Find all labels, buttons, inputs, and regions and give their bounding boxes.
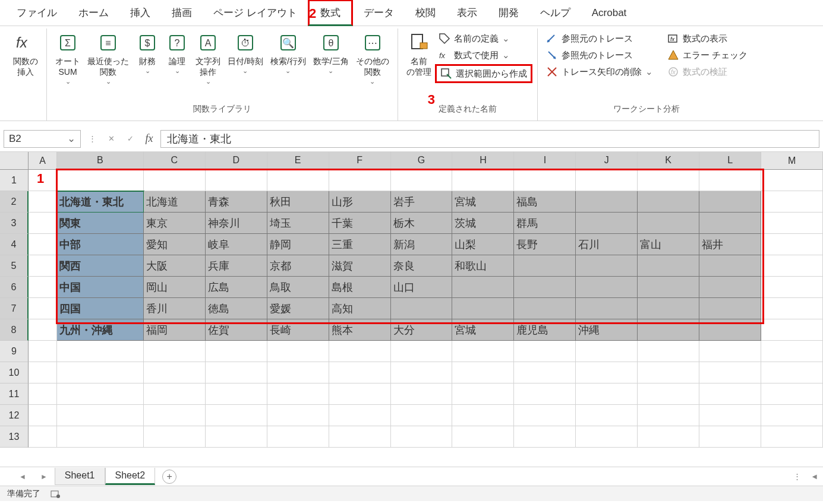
name-box[interactable]: B2 ⌄ [4, 130, 81, 148]
cell-L13[interactable] [699, 426, 761, 448]
cell-K9[interactable] [638, 341, 699, 362]
cell-J7[interactable] [576, 298, 638, 319]
cell-J8[interactable]: 沖縄 [576, 319, 638, 341]
cell-E12[interactable] [267, 405, 329, 426]
cell-E8[interactable]: 長崎 [267, 319, 329, 341]
cell-G11[interactable] [391, 383, 453, 405]
col-header-E[interactable]: E [267, 152, 329, 170]
menu-Acrobat[interactable]: Acrobat [581, 2, 638, 24]
cell-I5[interactable] [514, 255, 576, 277]
cell-E6[interactable]: 鳥取 [267, 277, 329, 298]
sheet-tab-Sheet1[interactable]: Sheet1 [55, 468, 105, 485]
cell-D8[interactable]: 佐賀 [206, 319, 267, 341]
cell-B3[interactable]: 関東 [57, 213, 144, 234]
cell-M3[interactable] [761, 213, 823, 234]
cell-I4[interactable]: 長野 [514, 234, 576, 255]
cell-E7[interactable]: 愛媛 [267, 298, 329, 319]
cell-E3[interactable]: 埼玉 [267, 213, 329, 234]
cell-F9[interactable] [329, 341, 391, 362]
cell-I1[interactable] [514, 170, 576, 191]
cell-H10[interactable] [452, 362, 514, 383]
cell-K4[interactable]: 富山 [638, 234, 699, 255]
cell-J1[interactable] [576, 170, 638, 191]
cell-M13[interactable] [761, 426, 823, 448]
error-check-button[interactable]: エラー チェック [664, 47, 751, 63]
cell-M1[interactable] [761, 170, 823, 191]
library-8[interactable]: ⋯その他の 関数⌄ [352, 31, 393, 87]
cell-L1[interactable] [699, 170, 761, 191]
cell-B11[interactable] [57, 383, 144, 405]
cell-M11[interactable] [761, 383, 823, 405]
cell-D5[interactable]: 兵庫 [206, 255, 267, 277]
cell-G2[interactable]: 岩手 [391, 191, 453, 213]
scroll-dots-icon[interactable]: ⋮ [789, 472, 806, 481]
cell-H12[interactable] [452, 405, 514, 426]
trace-dependents-button[interactable]: 参照先のトレース [543, 47, 657, 63]
cell-I3[interactable]: 群馬 [514, 213, 576, 234]
scroll-left-icon[interactable]: ◄ [806, 472, 823, 481]
cell-K5[interactable] [638, 255, 699, 277]
cell-E1[interactable] [267, 170, 329, 191]
cell-I12[interactable] [514, 405, 576, 426]
cell-C8[interactable]: 福岡 [144, 319, 206, 341]
cell-M10[interactable] [761, 362, 823, 383]
cells[interactable]: 1 北海道・東北北海道青森秋田山形岩手宮城福島関東東京神奈川埼玉千葉栃木茨城群馬… [29, 170, 823, 448]
library-4[interactable]: A文字列 操作⌄ [192, 31, 224, 87]
row-header-9[interactable]: 9 [0, 341, 29, 362]
row-header-12[interactable]: 12 [0, 405, 29, 426]
cell-F1[interactable] [329, 170, 391, 191]
cell-D4[interactable]: 岐阜 [206, 234, 267, 255]
cell-L7[interactable] [699, 298, 761, 319]
cell-L9[interactable] [699, 341, 761, 362]
cell-C1[interactable] [144, 170, 206, 191]
cell-K1[interactable] [638, 170, 699, 191]
col-header-L[interactable]: L [699, 152, 761, 170]
cell-K2[interactable] [638, 191, 699, 213]
cell-K7[interactable] [638, 298, 699, 319]
cell-M2[interactable] [761, 191, 823, 213]
cell-F2[interactable]: 山形 [329, 191, 391, 213]
cell-M8[interactable] [761, 319, 823, 341]
cell-L6[interactable] [699, 277, 761, 298]
cell-J9[interactable] [576, 341, 638, 362]
cell-I8[interactable]: 鹿児島 [514, 319, 576, 341]
cell-C3[interactable]: 東京 [144, 213, 206, 234]
row-header-1[interactable]: 1 [0, 170, 29, 191]
cell-I11[interactable] [514, 383, 576, 405]
cell-G7[interactable] [391, 298, 453, 319]
col-header-A[interactable]: A [29, 152, 57, 170]
cell-L4[interactable]: 福井 [699, 234, 761, 255]
cell-H6[interactable] [452, 277, 514, 298]
show-formulas-button[interactable]: fx数式の表示 [664, 31, 751, 46]
cell-J6[interactable] [576, 277, 638, 298]
cell-D13[interactable] [206, 426, 267, 448]
cell-M4[interactable] [761, 234, 823, 255]
col-header-K[interactable]: K [638, 152, 699, 170]
cell-J10[interactable] [576, 362, 638, 383]
row-header-10[interactable]: 10 [0, 362, 29, 383]
row-header-7[interactable]: 7 [0, 298, 29, 319]
cell-A13[interactable] [29, 426, 57, 448]
cell-D12[interactable] [206, 405, 267, 426]
cell-E11[interactable] [267, 383, 329, 405]
cell-B8[interactable]: 九州・沖縄 [57, 319, 144, 341]
cell-I2[interactable]: 福島 [514, 191, 576, 213]
cell-K13[interactable] [638, 426, 699, 448]
define-name-button[interactable]: 名前の定義 ⌄ [435, 31, 532, 46]
cell-H9[interactable] [452, 341, 514, 362]
row-header-5[interactable]: 5 [0, 255, 29, 277]
menu-描画[interactable]: 描画 [161, 1, 203, 24]
dots-icon[interactable]: ⋮ [84, 131, 100, 147]
library-6[interactable]: 🔍検索/行列⌄ [267, 31, 310, 76]
formula-input[interactable]: 北海道・東北 [160, 130, 819, 148]
cell-H8[interactable]: 宮城 [452, 319, 514, 341]
library-3[interactable]: ?論理⌄ [162, 31, 192, 76]
menu-ヘルプ[interactable]: ヘルプ [529, 1, 581, 24]
cell-A2[interactable] [29, 191, 57, 213]
library-7[interactable]: θ数学/三角⌄ [310, 31, 352, 76]
cell-I13[interactable] [514, 426, 576, 448]
new-sheet-button[interactable]: + [162, 470, 176, 484]
row-header-13[interactable]: 13 [0, 426, 29, 448]
cell-H2[interactable]: 宮城 [452, 191, 514, 213]
cell-B2[interactable]: 北海道・東北 [57, 191, 144, 213]
